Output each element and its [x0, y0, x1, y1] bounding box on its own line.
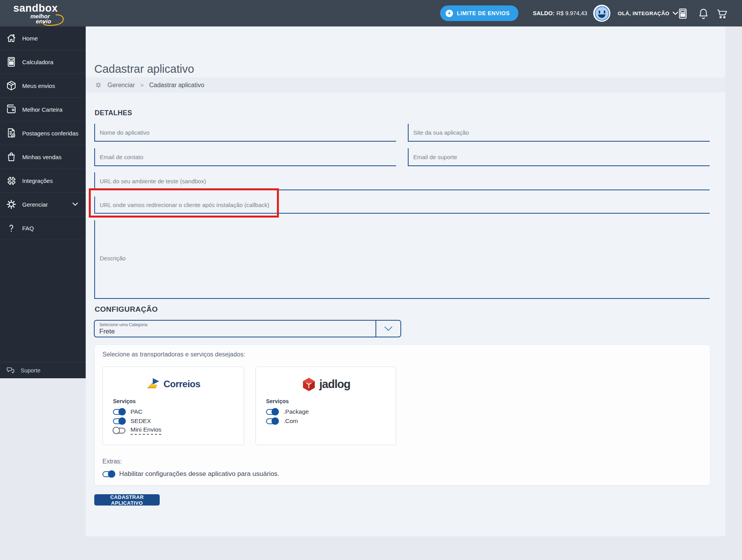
main-content: Cadastrar aplicativo Gerenciar > Cadastr…	[86, 26, 725, 536]
correios-logo: Correios	[103, 367, 244, 398]
service-row: PAC	[113, 407, 244, 416]
jadlog-cube-icon	[301, 377, 316, 391]
service-row: SEDEX	[113, 416, 244, 426]
contact-email-field[interactable]	[94, 148, 396, 166]
package-icon	[5, 80, 17, 91]
balance-label: SALDO:	[533, 10, 555, 16]
sidebar-item-label: Gerenciar	[22, 201, 48, 208]
shopping-bag-icon	[5, 151, 17, 163]
mini-envios-toggle[interactable]	[113, 428, 125, 434]
balance-value: R$ 9.974,43	[557, 10, 587, 16]
correios-mark-icon	[146, 377, 160, 391]
sidebar-item-suporte[interactable]: Suporte	[0, 362, 86, 378]
sidebar-item-label: Melhor Carteira	[22, 106, 62, 113]
limit-envios-label: LIMITE DE ENVIOS	[457, 10, 510, 16]
sandbox-url-field[interactable]	[94, 172, 710, 190]
question-icon	[5, 222, 17, 234]
limit-envios-button[interactable]: + LIMITE DE ENVIOS	[440, 5, 518, 21]
balance-display: SALDO: R$ 9.974,43	[533, 0, 587, 26]
avatar-face-icon	[595, 6, 609, 21]
site-field[interactable]	[408, 124, 710, 142]
service-label: .Com	[284, 418, 298, 425]
sidebar-item-minhas-vendas[interactable]: Minhas vendas	[0, 145, 86, 169]
app-window: sandbox melhor envio + LIMITE DE ENVIOS …	[0, 0, 742, 560]
sidebar-item-label: Integrações	[22, 177, 53, 184]
breadcrumb-parent[interactable]: Gerenciar	[108, 82, 135, 89]
gear-icon	[5, 198, 17, 210]
services-heading: Serviços	[266, 398, 396, 404]
brand-logo[interactable]: sandbox melhor envio	[13, 2, 76, 14]
pac-toggle[interactable]	[113, 409, 125, 415]
config-heading: CONFIGURAÇÃO	[95, 305, 158, 314]
category-select-label: Selecione uma Categoria	[99, 322, 148, 327]
document-check-icon	[5, 127, 17, 139]
sidebar-item-faq[interactable]: FAQ	[0, 216, 86, 240]
sidebar-item-home[interactable]: Home	[0, 26, 86, 50]
user-menu[interactable]: OLÁ, INTEGRAÇÃO	[618, 0, 678, 26]
description-field[interactable]	[94, 220, 710, 299]
sidebar-item-label: Meus envios	[22, 83, 55, 89]
user-avatar[interactable]	[593, 5, 610, 22]
service-row: .Com	[266, 416, 396, 426]
sidebar-item-melhor-carteira[interactable]: Melhor Carteira	[0, 98, 86, 121]
com-toggle[interactable]	[266, 418, 278, 424]
breadcrumb-separator: >	[140, 82, 144, 88]
sidebar-item-label: Minhas vendas	[22, 154, 62, 160]
sidebar-item-label: Home	[22, 35, 38, 42]
top-header: sandbox melhor envio + LIMITE DE ENVIOS …	[0, 0, 742, 26]
sidebar-item-label: Suporte	[21, 367, 41, 374]
page-title: Cadastrar aplicativo	[94, 63, 194, 75]
correios-wordmark: Correios	[164, 379, 201, 390]
support-email-field[interactable]	[408, 148, 710, 166]
calculator-icon[interactable]	[677, 7, 689, 20]
sidebar-item-meus-envios[interactable]: Meus envios	[0, 74, 86, 98]
package-toggle[interactable]	[266, 409, 278, 415]
home-icon	[5, 32, 17, 44]
breadcrumb-current: Cadastrar aplicativo	[149, 82, 204, 89]
sidebar-item-calculadora[interactable]: Calculadora	[0, 50, 86, 74]
details-heading: DETALHES	[95, 109, 132, 117]
service-row: .Package	[266, 407, 396, 416]
carriers-intro-text: Selecione as transportadoras e serviços …	[102, 351, 245, 358]
extras-toggle-label: Habilitar configurações desse aplicativo…	[119, 470, 279, 478]
extras-row: Habilitar configurações desse aplicativo…	[102, 470, 279, 478]
chat-bubbles-icon	[5, 365, 16, 376]
service-row: Mini Envios	[113, 426, 244, 435]
sidebar-item-postagens-conferidas[interactable]: Postagens conferidas	[0, 121, 86, 145]
callback-url-field[interactable]	[94, 197, 710, 214]
service-label: SEDEX	[130, 418, 151, 425]
sidebar-item-label: Postagens conferidas	[22, 130, 78, 137]
sedex-toggle[interactable]	[113, 418, 125, 424]
brand-envio-text: envio	[36, 18, 51, 25]
extras-toggle[interactable]	[102, 471, 115, 477]
jadlog-wordmark: jadlog	[319, 378, 350, 391]
carrier-card-correios: Correios Serviços PAC SEDEX Mini Envios	[102, 367, 244, 445]
gear-icon	[95, 81, 102, 89]
service-label: .Package	[284, 408, 309, 415]
sidebar-item-label: FAQ	[22, 225, 34, 232]
breadcrumb: Gerenciar > Cadastrar aplicativo	[86, 77, 725, 93]
register-app-button[interactable]: CADASTRAR APLICATIVO	[94, 494, 160, 506]
carriers-card: Selecione as transportadoras e serviços …	[94, 344, 710, 486]
plus-circle-icon: +	[446, 10, 453, 17]
category-select-value: Frete	[99, 328, 115, 335]
app-name-field[interactable]	[94, 124, 396, 142]
service-label[interactable]: Mini Envios	[130, 426, 161, 435]
sidebar-item-integracoes[interactable]: Integrações	[0, 169, 86, 193]
greeting-text: OLÁ, INTEGRAÇÃO	[618, 11, 670, 16]
category-select[interactable]: Selecione uma Categoria Frete	[94, 320, 401, 337]
calculator-icon	[5, 56, 17, 68]
service-label: PAC	[130, 408, 143, 415]
jadlog-logo: jadlog	[256, 367, 396, 398]
bell-icon[interactable]	[697, 7, 710, 20]
sidebar-item-gerenciar[interactable]: Gerenciar	[0, 193, 86, 216]
sidebar-nav: Home Calculadora Meus envios	[0, 26, 86, 378]
chevron-down-icon	[72, 203, 78, 206]
puzzle-icon	[5, 175, 17, 186]
services-heading: Serviços	[113, 398, 244, 404]
wallet-icon	[5, 104, 17, 115]
chevron-down-icon	[375, 321, 400, 337]
extras-label: Extras:	[102, 458, 122, 465]
sidebar-item-label: Calculadora	[22, 59, 53, 65]
cart-icon[interactable]	[716, 7, 728, 20]
